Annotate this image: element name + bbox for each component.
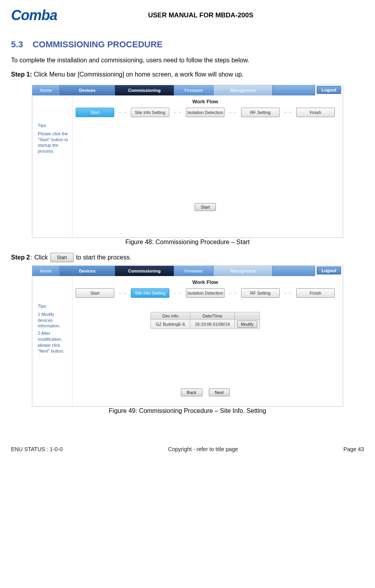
logout-button[interactable]: Logout [317, 86, 341, 94]
flow-step-finish[interactable]: Finish [296, 108, 335, 117]
flow-step-rf[interactable]: RF Setting [241, 288, 280, 298]
flow-step-rf[interactable]: RF Setting [241, 108, 280, 117]
figure-49-caption: Figure 49: Commissioning Procedure – Sit… [11, 407, 364, 414]
tips-panel: Tips: Please click the "Start" button to… [32, 95, 72, 237]
step-1-text: Click Menu bar [Commissioning] on home s… [32, 71, 243, 78]
tips-line-2: 2 After modification, please click "Next… [38, 330, 68, 354]
figure-48-caption: Figure 48: Commissioning Procedure – Sta… [11, 239, 364, 246]
col-dev-info: Dev Info [151, 312, 190, 319]
workflow-steps: Start ←→ Site Info Setting ←→ Isolation … [76, 288, 335, 298]
flow-arrow-icon: ←→ [118, 291, 127, 295]
tab-commissioning[interactable]: Commissioning [115, 85, 174, 95]
section-title: COMMISSIONING PROCEDURE [33, 39, 163, 49]
cell-date-time: 16:10:06 01/08/14 [190, 319, 235, 329]
table-row: GZ BuildingE-6 16:10:06 01/08/14 Modify [151, 319, 260, 329]
flow-step-finish[interactable]: Finish [296, 288, 335, 298]
flow-step-isolation[interactable]: Isolation Detection [186, 108, 225, 117]
flow-arrow-icon: ←→ [228, 291, 237, 295]
tips-heading: Tips: [38, 123, 68, 128]
next-button[interactable]: Next [209, 388, 230, 396]
document-header: Comba USER MANUAL FOR MBDA-200S [11, 7, 364, 24]
flow-step-start[interactable]: Start [76, 288, 114, 298]
flow-arrow-icon: ←→ [173, 291, 182, 295]
menubar: Home Devices Commissioning Firmware Mana… [32, 85, 343, 95]
menubar-spacer [273, 85, 315, 95]
tab-firmware[interactable]: Firmware [174, 266, 213, 276]
footer-copyright: Copyright - refer to title page [168, 446, 238, 452]
tab-devices[interactable]: Devices [60, 266, 115, 276]
dev-info-table: Dev Info Date/Time GZ BuildingE-6 16:10:… [150, 312, 260, 329]
tab-home[interactable]: Home [32, 85, 60, 95]
table-row: Dev Info Date/Time [151, 312, 260, 319]
cell-dev-info: GZ BuildingE-6 [151, 319, 190, 329]
tips-text: Please click the "Start" button to start… [38, 131, 68, 154]
workflow-panel: Work Flow Start ←→ Site Info Setting ←→ … [72, 276, 343, 406]
flow-arrow-icon: ←→ [284, 291, 292, 295]
flow-step-isolation[interactable]: Isolation Detection [186, 288, 225, 298]
menubar: Home Devices Commissioning Firmware Mana… [32, 266, 343, 276]
tips-panel: Tips: 1 Modify devices information. 2 Af… [32, 276, 72, 406]
back-button[interactable]: Back [181, 388, 202, 396]
col-date-time: Date/Time [190, 312, 235, 319]
flow-step-site-info[interactable]: Site Info Setting [131, 108, 169, 117]
flow-arrow-icon: ←→ [284, 110, 292, 115]
document-title: USER MANUAL FOR MBDA-200S [69, 11, 364, 19]
start-button[interactable]: Start [195, 203, 215, 211]
document-footer: ENU STATUS : 1-0-0 Copyright - refer to … [11, 446, 364, 452]
screenshot-fig48: Home Devices Commissioning Firmware Mana… [32, 85, 343, 238]
screenshot-fig49: Home Devices Commissioning Firmware Mana… [32, 265, 343, 407]
step-2-text-a: : Click [31, 254, 48, 261]
flow-arrow-icon: ←→ [118, 110, 127, 115]
tab-management[interactable]: Management [213, 266, 273, 276]
figure-48: Home Devices Commissioning Firmware Mana… [11, 85, 364, 246]
tab-home[interactable]: Home [32, 266, 60, 276]
step-2-line: Step 2 : Click Start to start the proces… [11, 253, 364, 262]
tab-devices[interactable]: Devices [60, 85, 115, 95]
footer-page: Page 43 [343, 446, 364, 452]
workflow-panel: Work Flow Start ←→ Site Info Setting ←→ … [72, 95, 343, 237]
workflow-steps: Start ←→ Site Info Setting ←→ Isolation … [76, 108, 335, 117]
logo: Comba [11, 7, 57, 24]
modify-button[interactable]: Modify [237, 321, 257, 328]
step-1-label: Step 1: [11, 71, 32, 78]
workflow-content: Dev Info Date/Time GZ BuildingE-6 16:10:… [76, 312, 335, 399]
tab-commissioning[interactable]: Commissioning [115, 266, 174, 276]
tips-line-1: 1 Modify devices information. [38, 312, 68, 329]
menubar-spacer [273, 266, 315, 276]
col-empty [235, 312, 260, 319]
workflow-title: Work Flow [76, 99, 335, 105]
inline-start-button[interactable]: Start [50, 253, 74, 262]
flow-step-site-info[interactable]: Site Info Setting [131, 288, 169, 298]
flow-step-start[interactable]: Start [76, 108, 114, 117]
figure-49: Home Devices Commissioning Firmware Mana… [11, 265, 364, 414]
tab-firmware[interactable]: Firmware [174, 85, 213, 95]
flow-arrow-icon: ←→ [173, 110, 182, 115]
workflow-title: Work Flow [76, 279, 335, 285]
logout-button[interactable]: Logout [317, 267, 341, 274]
step-1-line: Step 1: Click Menu bar [Commissioning] o… [11, 70, 364, 79]
section-heading: 5.3 COMMISSIONING PROCEDURE [11, 39, 364, 50]
tab-management[interactable]: Management [213, 85, 273, 95]
workflow-content: Start [76, 127, 335, 213]
section-number: 5.3 [11, 39, 23, 49]
tips-heading: Tips: [38, 304, 68, 308]
step-2-text-b: to start the process. [76, 254, 132, 261]
footer-status: ENU STATUS : 1-0-0 [11, 446, 63, 452]
intro-paragraph: To complete the installation and commiss… [11, 56, 364, 65]
step-2-label: Step 2 [11, 254, 30, 261]
flow-arrow-icon: ←→ [228, 110, 237, 115]
